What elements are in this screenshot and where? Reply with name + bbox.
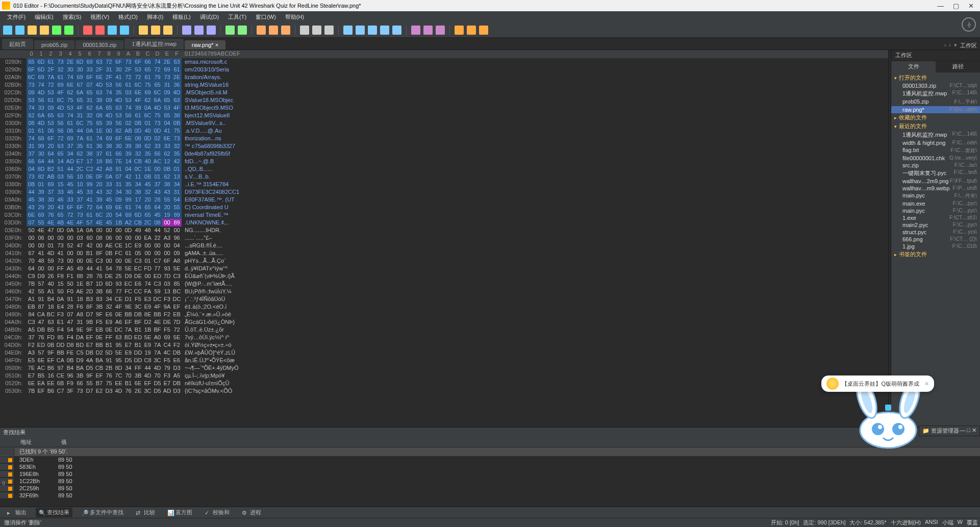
hex-byte[interactable]: 0E <box>85 257 94 265</box>
hex-byte[interactable]: 91 <box>104 357 114 364</box>
hex-byte[interactable]: 20 <box>104 211 114 219</box>
hex-byte[interactable]: 63 <box>114 334 123 341</box>
hex-byte[interactable]: 45 <box>104 219 114 227</box>
hex-byte[interactable]: BC <box>46 311 56 318</box>
ascii-dump[interactable]: C) Coordinated U <box>185 204 229 211</box>
hex-byte[interactable]: 4F <box>133 96 143 104</box>
hex-byte[interactable]: DB <box>133 311 143 318</box>
hex-byte[interactable]: 4B <box>56 219 65 227</box>
hex-byte[interactable]: B1 <box>133 326 143 334</box>
hex-byte[interactable]: DB <box>85 349 94 357</box>
hex-byte[interactable]: 4E <box>65 219 75 227</box>
hex-byte[interactable]: 01 <box>143 257 153 265</box>
find-result-row[interactable]: 1C22Bh89 50 <box>0 478 980 485</box>
hex-byte[interactable]: 73 <box>56 257 65 265</box>
hex-byte[interactable]: 42 <box>172 158 182 165</box>
hex-byte[interactable]: 61 <box>123 81 133 89</box>
tree-item[interactable]: flag.txtF:\C…套娃\ <box>891 146 980 155</box>
toolbar-button[interactable] <box>436 26 445 35</box>
hex-byte[interactable]: C3 <box>133 257 143 265</box>
hex-byte[interactable]: D3 <box>172 364 182 372</box>
hex-byte[interactable]: 4D <box>172 89 182 96</box>
hex-byte[interactable]: 79 <box>162 364 172 372</box>
hex-byte[interactable]: 33 <box>65 196 75 204</box>
hex-byte[interactable]: B3 <box>85 295 94 303</box>
hex-byte[interactable]: 00 <box>162 219 172 227</box>
hex-byte[interactable]: 00 <box>133 234 143 242</box>
hex-byte[interactable]: DD <box>133 357 143 364</box>
document-tab[interactable]: 00001303.zip <box>76 40 123 49</box>
hex-byte[interactable]: 53 <box>162 104 172 112</box>
hex-byte[interactable]: A0 <box>153 334 162 341</box>
hex-byte[interactable]: 35 <box>123 181 133 188</box>
status-segment[interactable]: 选定: 990 [3DEh] <box>803 519 845 526</box>
hex-byte[interactable]: 42 <box>94 165 104 173</box>
bottom-tab[interactable]: 📊直方图 <box>164 508 195 517</box>
hex-byte[interactable]: 1E <box>94 127 104 135</box>
hex-byte[interactable]: 72 <box>85 204 94 211</box>
hex-byte[interactable]: 0C <box>133 165 143 173</box>
ascii-dump[interactable]: t3.MSObject9.MSO <box>185 104 233 112</box>
hex-byte[interactable]: 18 <box>46 303 56 311</box>
hex-byte[interactable]: 0B <box>143 173 153 181</box>
hex-byte[interactable]: 00 <box>123 234 133 242</box>
hex-byte[interactable]: 02 <box>123 119 133 127</box>
hex-byte[interactable]: AB <box>46 173 56 181</box>
hex-byte[interactable]: 91 <box>36 295 46 303</box>
hex-byte[interactable]: 5E <box>172 334 182 341</box>
hex-byte[interactable]: 4D <box>114 96 123 104</box>
hex-byte[interactable]: 0B <box>65 357 75 364</box>
hex-byte[interactable]: 62 <box>143 96 153 104</box>
hex-byte[interactable]: 00 <box>36 265 46 272</box>
hex-byte[interactable]: 0A <box>85 127 94 135</box>
hex-byte[interactable]: 03 <box>75 234 85 242</box>
hex-byte[interactable]: 85 <box>56 334 65 341</box>
hex-byte[interactable]: A6 <box>114 318 123 326</box>
hex-byte[interactable]: 6F <box>46 135 56 142</box>
hex-byte[interactable]: 00 <box>27 234 36 242</box>
hex-byte[interactable]: 67 <box>75 81 85 89</box>
hex-byte[interactable]: 6F <box>114 135 123 142</box>
toolbar-button[interactable] <box>392 26 401 35</box>
hex-byte[interactable]: B1 <box>104 341 114 349</box>
hex-byte[interactable]: 87 <box>36 303 46 311</box>
hex-byte[interactable]: CE <box>114 242 123 249</box>
hex-byte[interactable]: 65 <box>143 211 153 219</box>
hex-byte[interactable]: 6D <box>36 58 46 66</box>
hex-byte[interactable]: 69 <box>46 181 56 188</box>
hex-byte[interactable]: 73 <box>27 81 36 89</box>
ascii-dump[interactable]: 7vý…ôÚï.ÿc½í^ i^ <box>185 334 229 341</box>
status-segment[interactable]: W <box>958 519 963 526</box>
hex-byte[interactable]: F5 <box>133 295 143 303</box>
menu-item[interactable]: 工具(T) <box>224 12 250 22</box>
hex-byte[interactable]: 8D <box>114 364 123 372</box>
hex-byte[interactable]: 6C <box>27 73 36 81</box>
hex-byte[interactable]: 44 <box>85 265 94 272</box>
hex-byte[interactable]: F5 <box>162 357 172 364</box>
hex-byte[interactable]: 77 <box>114 288 123 295</box>
hex-byte[interactable]: C7 <box>153 257 162 265</box>
hex-byte[interactable]: E7 <box>27 372 36 380</box>
hex-byte[interactable]: 2E <box>162 58 172 66</box>
hex-byte[interactable]: 73 <box>56 242 65 249</box>
hex-byte[interactable]: C4 <box>162 341 172 349</box>
hex-byte[interactable]: 3C <box>153 357 162 364</box>
hex-byte[interactable]: 56 <box>123 112 133 119</box>
hex-byte[interactable]: 65 <box>162 96 172 104</box>
hex-byte[interactable]: 7D <box>172 318 182 326</box>
hex-byte[interactable]: 4E <box>36 227 46 234</box>
hex-byte[interactable]: 00 <box>36 242 46 249</box>
hex-byte[interactable]: 33 <box>162 142 172 150</box>
hex-byte[interactable]: 73 <box>27 173 36 181</box>
hex-byte[interactable]: 20 <box>94 181 104 188</box>
hex-byte[interactable]: 32 <box>143 188 153 196</box>
hex-byte[interactable]: 74 <box>36 81 46 89</box>
hex-byte[interactable]: 6F <box>65 204 75 211</box>
hex-byte[interactable]: 65 <box>143 204 153 211</box>
hex-byte[interactable]: 62 <box>143 142 153 150</box>
desktop-pet-tip[interactable]: 【桌面云养娃】Q版萌萌酱养成 ✕ <box>821 375 934 392</box>
hex-byte[interactable]: F4 <box>56 326 65 334</box>
hex-byte[interactable]: 40 <box>143 127 153 135</box>
hex-byte[interactable]: 61 <box>85 135 94 142</box>
hex-byte[interactable]: D3 <box>172 387 182 395</box>
